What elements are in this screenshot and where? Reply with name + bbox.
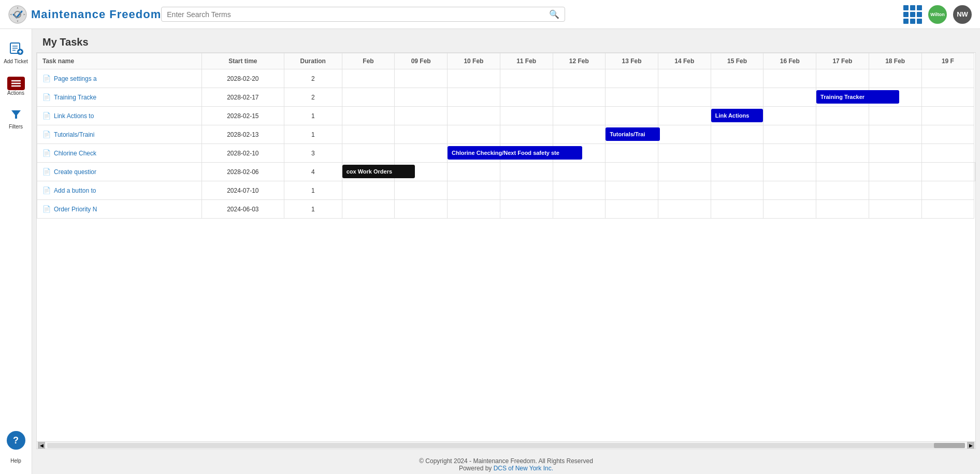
sidebar-item-filters[interactable]: Filters [0,102,32,136]
table-row: 📄Training Tracke 2028-02-17 2 [37,88,975,107]
svg-marker-12 [11,110,21,119]
filters-icon [10,108,22,124]
content-area: My Tasks Task name Start time Duration F… [32,29,980,474]
footer-copyright: © Copyright 2024 - Maintenance Freedom. … [32,457,980,465]
col-header-10feb: 10 Feb [448,53,500,69]
actions-label: Actions [7,90,24,96]
task-cell[interactable]: 📄Chlorine Check [42,149,196,157]
wilton-avatar[interactable]: Wilton [928,5,947,24]
search-button[interactable]: 🔍 [549,9,559,19]
col-header-17feb: 17 Feb [816,53,869,69]
sidebar-item-actions[interactable]: Actions [0,70,32,102]
table-row: 📄Link Actions to 2028-02-15 1 Link [37,107,975,125]
task-doc-icon: 📄 [42,168,51,176]
col-header-19feb: 19 F [921,53,974,69]
task-cell[interactable]: 📄Page settings a [42,75,196,82]
task-doc-icon: 📄 [42,205,51,213]
gantt-chart: Task name Start time Duration Feb 09 Feb… [36,52,976,449]
page-title: My Tasks [32,29,980,52]
add-ticket-icon [9,40,23,59]
search-input[interactable] [167,10,549,19]
task-cell[interactable]: 📄Link Actions to [42,112,196,120]
task-doc-icon: 📄 [42,149,51,157]
col-header-feb: Feb [342,53,395,69]
app-header: Maintenance Freedom 🔍 Wilton NW [0,0,980,29]
search-bar[interactable]: 🔍 [161,7,565,22]
task-cell[interactable]: 📄Add a button to [42,186,196,194]
col-header-11feb: 11 Feb [500,53,553,69]
task-cell[interactable]: 📄Tutorials/Traini [42,131,196,138]
task-doc-icon: 📄 [42,186,51,194]
footer-powered: Powered by DCS of New York Inc. [32,465,980,472]
col-header-12feb: 12 Feb [553,53,606,69]
header-right: Wilton NW [903,5,972,24]
grid-apps-icon[interactable] [903,5,922,24]
scroll-left-button[interactable]: ◀ [38,442,45,449]
task-doc-icon: 📄 [42,131,51,138]
scroll-right-button[interactable]: ▶ [967,442,974,449]
gantt-bar-tutorials: Tutorials/Trai [606,127,660,141]
help-label: Help [10,458,21,464]
col-header-duration: Duration [284,53,342,69]
sidebar: Add Ticket Actions Filters ? Help [0,29,32,474]
actions-icon [7,77,25,90]
task-doc-icon: 📄 [42,75,51,82]
col-header-14feb: 14 Feb [658,53,711,69]
sidebar-item-add-ticket[interactable]: Add Ticket [0,34,32,70]
add-ticket-label: Add Ticket [4,59,28,64]
table-row: 📄Page settings a 2028-02-20 2 [37,69,975,88]
gantt-table: Task name Start time Duration Feb 09 Feb… [37,53,975,219]
col-header-task: Task name [37,53,202,69]
col-header-start: Start time [201,53,284,69]
logo-icon [8,5,27,24]
task-doc-icon: 📄 [42,93,51,101]
table-row: 📄Chlorine Check 2028-02-10 3 Chlorine Ch… [37,144,975,163]
scroll-track[interactable] [47,443,965,448]
table-row: 📄Add a button to 2024-07-10 1 [37,181,975,200]
task-cell[interactable]: 📄Create questior [42,168,196,176]
col-header-15feb: 15 Feb [711,53,763,69]
gantt-scrollbar[interactable]: ◀ ▶ [37,441,975,449]
col-header-18feb: 18 Feb [869,53,921,69]
col-header-09feb: 09 Feb [395,53,448,69]
table-row: 📄Create questior 2028-02-06 4 cox Work O… [37,163,975,181]
main-layout: Add Ticket Actions Filters ? Help [0,29,980,474]
footer-link[interactable]: DCS of New York Inc. [494,465,553,472]
svg-point-0 [9,6,26,23]
col-header-13feb: 13 Feb [606,53,658,69]
app-logo-text: Maintenance Freedom [31,8,161,21]
table-row: 📄Order Priority N 2024-06-03 1 [37,200,975,219]
table-row: 📄Tutorials/Traini 2028-02-13 1 Tutorials… [37,125,975,144]
user-avatar[interactable]: NW [953,5,972,24]
gantt-bar-link: Link Actions [711,109,763,122]
filters-label: Filters [9,124,23,130]
scroll-thumb [934,443,965,448]
task-cell[interactable]: 📄Training Tracke [42,93,196,101]
logo-area: Maintenance Freedom [8,5,161,24]
col-header-16feb: 16 Feb [763,53,816,69]
task-cell[interactable]: 📄Order Priority N [42,205,196,213]
footer: © Copyright 2024 - Maintenance Freedom. … [32,453,980,474]
gantt-scroll[interactable]: Task name Start time Duration Feb 09 Feb… [37,53,975,441]
task-doc-icon: 📄 [42,112,51,120]
help-button[interactable]: ? [7,431,25,450]
